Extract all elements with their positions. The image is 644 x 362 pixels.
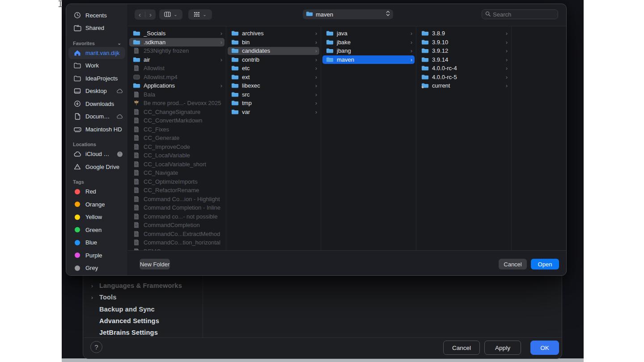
sidebar-item-google-drive[interactable]: Google Drive [66,160,127,173]
sidebar-item-desktop[interactable]: Desktop [66,85,127,98]
file-name: CommandCompletion [144,222,222,228]
sidebar-item-documents[interactable]: Documents [66,110,127,123]
sidebar-item-yellow[interactable]: Yellow [66,211,127,224]
tag-color-dot [73,213,82,221]
dialog-open-button[interactable]: Open [531,259,559,269]
sidebar-item-orange[interactable]: Orange [66,198,127,211]
sidebar-item-label: Shared [85,25,104,31]
file-row-commandco-tion-horizontal: CommandCo...tion_horizontal [128,238,226,247]
file-row-demo: DEMO [128,247,226,251]
search-field[interactable]: Search [482,9,558,19]
file-row-contrib[interactable]: contrib› [226,55,321,64]
sidebar-item-recents[interactable]: Recents [66,9,127,22]
gdrive-icon [73,163,82,171]
file-row-4-0-0-rc-5[interactable]: 4.0.0-rc-5› [416,73,511,82]
sidebar-item-work[interactable]: Work [66,59,127,72]
settings-ok-button[interactable]: OK [530,341,559,355]
chevron-right-icon: › [315,30,317,36]
settings-tree-item[interactable]: Advanced Settings [89,316,159,326]
sidebar-item-grey[interactable]: Grey [66,262,127,275]
file-name: 253Nightly frozen [144,47,222,54]
folder-icon [326,39,334,45]
sidebar-item-downloads[interactable]: Downloads [66,97,127,110]
folder-outline-icon [73,74,82,82]
sidebar-item-marit-van-dijk[interactable]: marit.van.dijk [66,46,127,59]
settings-tree-item[interactable]: ›Languages & Frameworks [89,281,182,290]
file-row-archives[interactable]: archives› [226,29,321,38]
file-row-3-9-10[interactable]: 3.9.10› [416,38,511,47]
file-row-commandco-extractmethod: CommandCo...ExtractMethod [128,230,226,239]
sidebar-item-purple[interactable]: Purple [66,249,127,262]
file-column-1: _Socials›.sdkman›253Nightly frozenair›Al… [128,26,226,250]
sidebar-item-blue[interactable]: Blue [66,236,127,249]
sidebar-section-title: Tags [73,179,84,185]
cloud-icon [116,89,123,93]
file-icon [132,222,140,228]
file-column-5 [512,26,566,250]
file-name: CommandCo...tion_horizontal [144,239,222,246]
folder-outline-icon [73,62,82,70]
help-button[interactable]: ? [90,341,102,353]
chevron-right-icon: › [315,92,317,97]
chevron-right-icon: › [411,57,412,63]
chevron-down-icon: ⌄ [203,12,206,17]
file-icon [132,126,140,133]
file-name: air [144,56,217,63]
sidebar-item-label: Downloads [85,101,114,107]
file-row-maven[interactable]: maven› [321,55,416,64]
chevron-right-icon: › [506,48,508,54]
settings-tree-item[interactable]: Backup and Sync [89,304,155,314]
file-row-libexec[interactable]: libexec› [226,81,321,90]
file-name: CC_RefactorRename [144,187,222,194]
current-folder-select[interactable]: maven [303,9,393,19]
file-icon [132,75,140,80]
sidebar-item-macintosh-hd[interactable]: Macintosh HD [66,123,127,136]
file-row-air[interactable]: air› [128,55,226,64]
group-by-button[interactable]: ⌄ [188,9,212,20]
sidebar-item-label: Red [85,188,96,195]
file-row-var[interactable]: var› [226,108,321,117]
file-row-applications[interactable]: Applications› [128,81,226,90]
sidebar-item-shared[interactable]: Shared [66,22,127,35]
back-icon[interactable]: ‹ [135,10,145,19]
view-mode-button[interactable]: ⌄ [159,9,182,20]
file-row-current[interactable]: current› [416,81,511,90]
settings-tree-item[interactable]: ›Tools [89,292,117,302]
file-row-java[interactable]: java› [321,29,416,38]
sidebar-item-ideaprojects[interactable]: IdeaProjects [66,72,127,85]
nav-buttons[interactable]: ‹ › [135,9,156,20]
file-row--socials[interactable]: _Socials› [128,29,226,38]
file-row-3-9-14[interactable]: 3.9.14› [416,55,511,64]
file-row-src[interactable]: src› [226,90,321,99]
file-row-jbake[interactable]: jbake› [321,38,416,47]
file-row-4-0-0-rc-4[interactable]: 4.0.0-rc-4› [416,64,511,73]
dialog-cancel-button[interactable]: Cancel [499,259,527,269]
file-row-tmp[interactable]: tmp› [226,99,321,108]
settings-tree-item[interactable]: JetBrains Settings [89,328,158,337]
file-name: Allowlist [144,65,222,72]
file-name: bin [242,39,312,46]
file-row--sdkman[interactable]: .sdkman› [128,38,226,47]
file-row-3-9-12[interactable]: 3.9.12› [416,46,511,55]
file-column-2: archives›bin›candidates›contrib›etc›ext›… [226,26,321,250]
file-row-ext[interactable]: ext› [226,73,321,82]
new-folder-button[interactable]: New Folder [140,259,170,269]
file-row-cc-generate: CC_Generate [128,134,226,143]
sidebar-item-red[interactable]: Red [66,185,127,198]
forward-icon[interactable]: › [145,10,156,19]
sidebar-item-icloud-drive[interactable]: iCloud Drive [66,148,127,161]
file-icon [132,169,140,176]
file-row-jbang[interactable]: jbang› [321,46,416,55]
home-icon [73,49,82,57]
file-row-bin[interactable]: bin› [226,38,321,47]
file-row-candidates[interactable]: candidates› [226,46,321,55]
chevron-down-icon[interactable]: ⌄ [118,41,121,46]
file-row-3-8-9[interactable]: 3.8.9› [416,29,511,38]
sidebar-item-green[interactable]: Green [66,223,127,236]
file-row-etc[interactable]: etc› [226,64,321,73]
chevron-right-icon[interactable]: › [89,282,95,289]
chevron-right-icon[interactable]: › [89,294,95,301]
settings-cancel-button[interactable]: Cancel [443,341,480,355]
chevron-right-icon: › [220,57,222,63]
settings-apply-button[interactable]: Apply [484,341,521,355]
